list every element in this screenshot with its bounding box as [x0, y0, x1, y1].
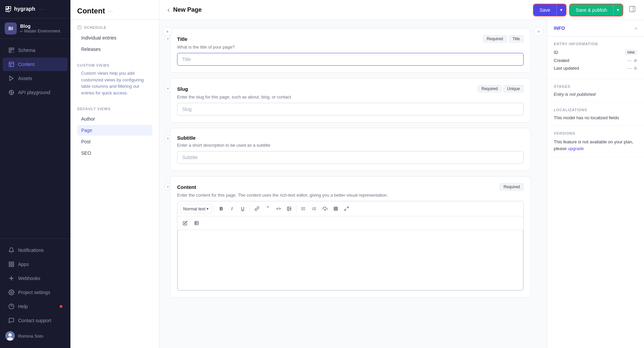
sidebar-item-schema[interactable]: Schema: [3, 44, 68, 57]
bullet-list-button[interactable]: [299, 204, 309, 213]
title-field-name: Title: [177, 36, 187, 42]
sidebar-item-apps[interactable]: Apps: [3, 258, 68, 271]
rich-text-editor[interactable]: Normal text ▾ B I U " <>: [177, 201, 524, 291]
title-field-description: What is the title of your page?: [177, 45, 524, 50]
releases-item[interactable]: Releases: [77, 44, 152, 55]
stages-section: STAGES Entry is not published: [547, 79, 644, 102]
sidebar-item-contact-support[interactable]: Contact support: [3, 314, 68, 327]
code-button[interactable]: <>: [273, 204, 283, 213]
back-button[interactable]: ‹: [167, 6, 170, 14]
versions-text: This feature is not available on your pl…: [554, 139, 637, 152]
content-more-icon[interactable]: ···: [108, 8, 113, 15]
logo-area: hygraph ···: [0, 0, 70, 18]
contact-support-icon: [8, 317, 15, 324]
slug-field-collapse[interactable]: ▾: [164, 85, 171, 92]
user-profile[interactable]: Romina Soto: [0, 328, 70, 344]
sidebar-item-label-assets: Assets: [18, 76, 32, 81]
svg-rect-43: [195, 221, 199, 225]
subtitle-input[interactable]: [177, 151, 524, 164]
svg-line-41: [347, 207, 348, 208]
svg-rect-12: [9, 265, 11, 267]
table-button[interactable]: [331, 204, 341, 213]
svg-rect-36: [334, 207, 338, 211]
svg-rect-1: [12, 48, 14, 50]
subtitle-field-collapse[interactable]: ▾: [164, 135, 171, 142]
id-row: ID new: [554, 49, 637, 55]
apps-icon: [8, 261, 15, 268]
save-button-group: Save ▾: [533, 4, 567, 16]
versions-title: VERSIONS: [554, 131, 637, 135]
default-view-post[interactable]: Post: [77, 136, 152, 147]
save-dropdown-button[interactable]: ▾: [557, 4, 566, 16]
sidebar-item-project-settings[interactable]: Project settings: [3, 286, 68, 299]
svg-rect-2: [9, 51, 11, 53]
info-panel-header: INFO »: [547, 20, 644, 37]
info-tab[interactable]: INFO: [554, 25, 565, 31]
svg-point-31: [302, 210, 302, 210]
rich-text-content-area[interactable]: [177, 230, 523, 290]
right-panel-expand-button[interactable]: »: [534, 27, 543, 36]
publish-dropdown-button[interactable]: ▾: [613, 4, 623, 16]
slug-input[interactable]: [177, 103, 524, 116]
toolbar-separator-2: [250, 205, 250, 212]
logo-text: hygraph: [14, 6, 35, 12]
content-field-description: Enter the content for this page. The con…: [177, 193, 524, 198]
user-avatar: [5, 331, 15, 341]
svg-rect-0: [9, 48, 11, 50]
content-nav-header: Content ···: [70, 0, 159, 20]
sidebar-item-label-apps: Apps: [18, 262, 29, 267]
main-nav: Schema Content Assets API playground: [0, 39, 70, 238]
fullscreen-button[interactable]: [341, 204, 352, 213]
save-publish-button[interactable]: Save & publish: [570, 4, 613, 16]
default-view-seo[interactable]: SEO: [77, 148, 152, 158]
sidebar-item-content[interactable]: Content: [3, 58, 68, 71]
sidebar-item-label-api: API playground: [18, 90, 50, 95]
bold-button[interactable]: B: [216, 204, 226, 213]
sidebar-item-webhooks[interactable]: Webhooks: [3, 272, 68, 285]
default-views-section: DEFAULT VIEWS Author Page Post SEO: [70, 101, 159, 162]
default-view-page[interactable]: Page: [77, 125, 152, 136]
sidebar-item-notifications[interactable]: Notifications: [3, 243, 68, 257]
sidebar-item-assets[interactable]: Assets: [3, 72, 68, 85]
title-field-collapse[interactable]: ▾: [164, 35, 171, 42]
blockquote-button[interactable]: ": [263, 204, 273, 213]
image-button[interactable]: [284, 204, 294, 213]
sidebar-bottom: Notifications Apps Webhooks Project sett…: [0, 238, 70, 348]
underline-button[interactable]: U: [237, 204, 248, 213]
edit-button[interactable]: [180, 218, 190, 228]
rich-text-toolbar: Normal text ▾ B I U " <>: [177, 201, 523, 216]
hygraph-logo: hygraph: [5, 5, 35, 13]
numbered-list-button[interactable]: [309, 204, 319, 213]
stages-title: STAGES: [554, 84, 637, 88]
layout-toggle-icon[interactable]: [629, 5, 636, 14]
sidebar-item-help[interactable]: Help: [3, 300, 68, 313]
sidebar-item-api[interactable]: API playground: [3, 86, 68, 99]
text-style-dropdown-icon: ▾: [207, 207, 209, 211]
embed-button[interactable]: [320, 204, 330, 213]
link-button[interactable]: [252, 204, 262, 213]
slug-field-name: Slug: [177, 86, 188, 92]
upgrade-link[interactable]: upgrade: [568, 146, 584, 151]
table-insert-button[interactable]: [192, 218, 202, 228]
sidebar-item-label-project-settings: Project settings: [18, 290, 50, 295]
logo-more-icon: ···: [39, 6, 45, 12]
sidebar-item-label-webhooks: Webhooks: [18, 276, 40, 281]
custom-views-section: CUSTOM VIEWS Custom views help you add c…: [70, 58, 159, 101]
default-view-author[interactable]: Author: [77, 114, 152, 124]
entry-info-title: ENTRY INFORMATION: [554, 42, 637, 46]
title-input[interactable]: [177, 53, 524, 66]
sidebar-item-label-contact-support: Contact support: [18, 318, 51, 323]
content-field-collapse[interactable]: ▾: [164, 183, 171, 190]
subtitle-field-header: Subtitle: [177, 135, 524, 141]
schema-icon: [8, 47, 15, 54]
individual-entries-item[interactable]: Individual entries: [77, 32, 152, 43]
last-updated-row: Last updated — ⊕: [554, 66, 637, 71]
project-info[interactable]: BI Blog ↩ Master Environment: [0, 18, 70, 39]
left-panel-collapse-button[interactable]: «: [163, 27, 172, 36]
content-field-header: Content Required: [177, 183, 524, 191]
slug-unique-badge: Unique: [503, 85, 524, 92]
sidebar-item-label-notifications: Notifications: [18, 248, 44, 253]
italic-button[interactable]: I: [227, 204, 237, 213]
text-style-dropdown[interactable]: Normal text ▾: [180, 204, 212, 213]
save-button[interactable]: Save: [534, 4, 557, 16]
